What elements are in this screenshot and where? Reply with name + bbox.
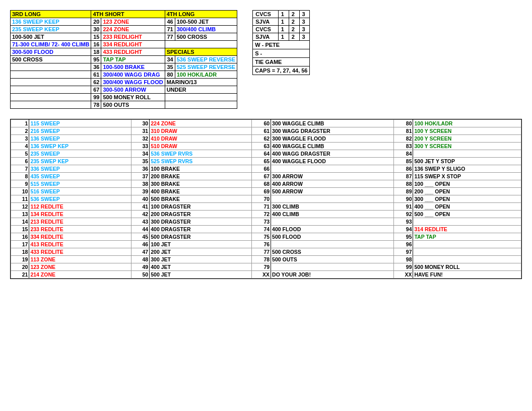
sjva-label-2: SJVA [253,33,279,41]
num: 79 [251,263,271,271]
play-4th-7: 100-500 BRAKE [101,63,165,71]
play: 300 CLIMB [271,203,394,211]
play [413,241,521,248]
play-4th-5: 433 REDLIGHT [101,48,165,56]
num: 13 [11,211,29,218]
num: 88 [394,180,413,188]
play-3rd-8 [11,71,91,79]
num-4th-2: 30 [91,26,101,33]
play: 400 ___ OPEN [413,203,521,211]
num: 49 [131,263,149,271]
play-4thL-11 [165,94,237,101]
sjva-label-1: SJVA [253,18,279,26]
play: 500 FLOOD [271,233,394,241]
play: TAP TAP [413,233,521,241]
cvcs-label-2: CVCS [253,26,279,33]
num: 18 [11,248,29,256]
play-4thL-7: 525 SWEEP REVERSE [175,63,237,71]
play: 500 JET Y STOP [413,158,521,165]
num-4th-11: 99 [91,94,101,101]
num: 19 [11,256,29,263]
num-4th-6: 95 [91,56,101,63]
num: 17 [11,241,29,248]
num: 70 [251,195,271,203]
play-3rd-3: 100-500 JET [11,33,91,41]
num: 73 [251,218,271,226]
play-4thL-9: MARINO/13 [165,79,237,86]
num: 78 [251,256,271,263]
num: 66 [251,165,271,173]
num: 89 [394,188,413,195]
num: 43 [131,218,149,226]
play-4thL-12 [165,101,237,109]
num: 4 [11,143,29,150]
play: 100 ___ OPEN [413,180,521,188]
num-4thL-7: 35 [165,63,175,71]
num: 95 [394,233,413,241]
play-4thL-2: 300/400 CLIMB [175,26,237,33]
play: 400 CLIMB [271,211,394,218]
s-info: S - [253,49,310,58]
num-4th-12: 78 [91,101,101,109]
num: 75 [251,233,271,241]
num: 98 [394,256,413,263]
cvcs-1-3: 3 [299,11,310,18]
play-4thL-1: 100-500 JET [175,18,237,26]
num: 86 [394,165,413,173]
play-4thL-4 [165,41,237,48]
num: 60 [251,120,271,127]
cvcs-sjva-table: CVCS 1 2 3 SJVA 1 2 3 CVCS 1 2 3 [252,10,310,75]
play: 200 BRAKE [150,173,251,180]
cvcs-label-1: CVCS [253,11,279,18]
play-4th-10: 300-500 ARROW [101,86,165,94]
play [413,256,521,263]
play: 224 ZONE [150,120,251,127]
num: 9 [11,180,29,188]
play [413,218,521,226]
formation-table: 3RD LONG 4TH SHORT 4TH LONG 136 SWEEP KE… [10,10,237,109]
play [271,195,394,203]
play: 314 REDLITE [413,226,521,233]
num: 46 [131,241,149,248]
play: 500 CROSS [271,248,394,256]
play: 516 SWEEP [29,188,131,195]
w-info: W - PETE [253,41,310,49]
num: 97 [394,248,413,256]
num: 83 [394,143,413,150]
table-row: 14 213 REDLITE 43 300 DRAGSTER 73 93 [11,218,521,226]
table-row: 2 216 SWEEP 31 310 DRAW 61 300 WAGG DRAG… [11,127,521,135]
num: 68 [251,180,271,188]
num: 35 [131,158,149,165]
play: 136 SWEP Y SLUGO [413,165,521,173]
num: 61 [251,127,271,135]
num: 38 [131,180,149,188]
play-3rd-11 [11,94,91,101]
play: 400 FLOOD [271,226,394,233]
num-4th-1: 20 [91,18,101,26]
play: 510 DRAW [150,143,251,150]
play: 536 SWEEP [29,195,131,203]
num: 2 [11,127,29,135]
play: 300 WAGGLE FLOOD [271,135,394,143]
play: 400 WAGG DRAGSTER [271,150,394,158]
col1-header: 3RD LONG [11,11,91,18]
play: 123 ZONE [29,263,131,271]
play: 500 ARROW [271,188,394,195]
play-3rd-6: 500 CROSS [11,56,91,63]
num: 42 [131,211,149,218]
table-row: 16 334 REDLITE 45 500 DRAGSTER 75 500 FL… [11,233,521,241]
num: 93 [394,218,413,226]
num: 63 [251,143,271,150]
play: 112 REDLITE [29,203,131,211]
play: 100 Y SCREEN [413,127,521,135]
table-row: 18 433 REDLITE 47 200 JET 77 500 CROSS 9… [11,248,521,256]
num: 31 [131,127,149,135]
table-row: 6 235 SWEP KEP 35 525 SWEP RVRS 65 400 W… [11,158,521,165]
num: 21 [11,271,29,279]
num: 44 [131,226,149,233]
play: 213 REDLITE [29,218,131,226]
specials-header: SPECIALS [165,48,237,56]
play-4thL-3: 500 CROSS [175,33,237,41]
table-row: 7 336 SWEEP 36 100 BRAKE 66 86 136 SWEP … [11,165,521,173]
play: 500 BRAKE [150,195,251,203]
